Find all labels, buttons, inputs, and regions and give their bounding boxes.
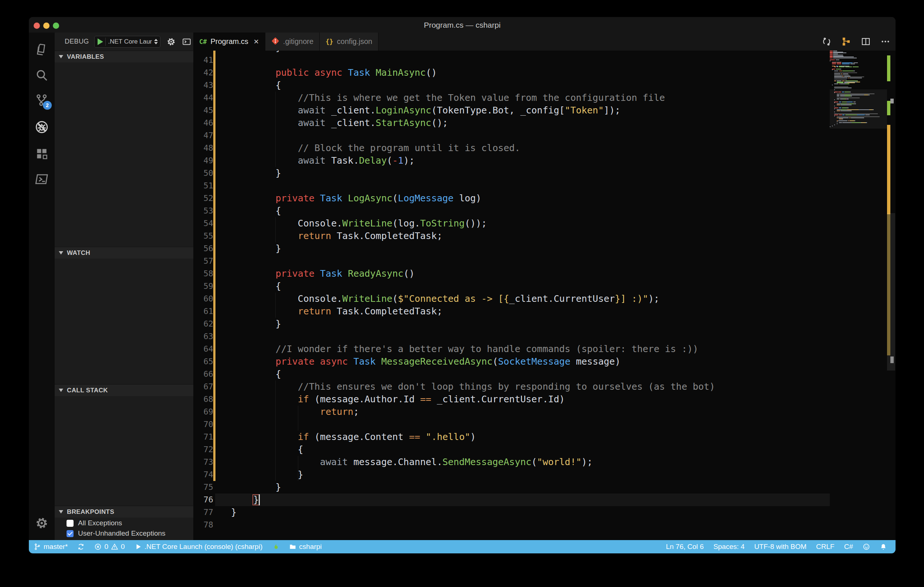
- feedback[interactable]: [858, 543, 875, 551]
- line-number[interactable]: 48: [193, 142, 213, 155]
- more-actions-icon[interactable]: [880, 36, 890, 46]
- line-number[interactable]: 46: [193, 117, 213, 129]
- code-line[interactable]: public async Task MainAsync(): [231, 66, 437, 79]
- breakpoint-item[interactable]: User-Unhandled Exceptions: [55, 528, 193, 539]
- line-number[interactable]: 73: [193, 456, 213, 469]
- line-number[interactable]: 50: [193, 167, 213, 179]
- git-graph-icon[interactable]: [841, 36, 851, 46]
- activity-explorer-icon[interactable]: [29, 39, 55, 60]
- notifications[interactable]: [875, 543, 892, 551]
- code-line[interactable]: await Task.Delay(-1);: [231, 155, 415, 167]
- tab--gitignore[interactable]: .gitignore: [266, 33, 320, 51]
- code-line[interactable]: }: [231, 167, 281, 179]
- line-number[interactable]: 71: [193, 431, 213, 443]
- activity-source-control-icon[interactable]: 2: [29, 90, 55, 110]
- tab-config-json[interactable]: {}config.json: [320, 33, 378, 51]
- line-number[interactable]: 78: [193, 519, 213, 531]
- code-line[interactable]: //This is where we get the Token value f…: [231, 92, 665, 104]
- code-editor[interactable]: 40 }4142 public async Task MainAsync()43…: [193, 51, 896, 540]
- code-line[interactable]: return Task.CompletedTask;: [231, 230, 442, 242]
- line-number[interactable]: 77: [193, 506, 213, 519]
- tab-program-cs[interactable]: C#Program.cs✕: [193, 33, 266, 51]
- code-line[interactable]: //This ensures we don't loop things by r…: [231, 380, 715, 393]
- split-editor-icon[interactable]: [861, 36, 871, 46]
- line-number[interactable]: 60: [193, 293, 213, 305]
- cursor-position[interactable]: Ln 76, Col 6: [661, 543, 708, 551]
- code-line[interactable]: await message.Channel.SendMessageAsync("…: [231, 456, 592, 469]
- code-line[interactable]: await _client.StartAsync();: [231, 117, 448, 129]
- line-number[interactable]: 40: [193, 51, 213, 54]
- minimap-slider[interactable]: [830, 89, 887, 128]
- eol[interactable]: CRLF: [811, 543, 839, 551]
- section-variables[interactable]: VARIABLES: [55, 51, 193, 62]
- code-line[interactable]: //I wonder if there's a better way to ha…: [231, 343, 698, 355]
- line-number[interactable]: 43: [193, 79, 213, 92]
- line-number[interactable]: 41: [193, 54, 213, 66]
- line-number[interactable]: 75: [193, 481, 213, 493]
- line-number[interactable]: 61: [193, 305, 213, 318]
- title-bar[interactable]: Program.cs — csharpi: [29, 17, 896, 33]
- line-number[interactable]: 64: [193, 343, 213, 355]
- checkbox-checked[interactable]: [66, 530, 74, 537]
- line-number[interactable]: 70: [193, 418, 213, 431]
- section-breakpoints[interactable]: BREAKPOINTS: [55, 506, 193, 518]
- scrollbar-overview-ruler[interactable]: [887, 51, 896, 540]
- code-line[interactable]: Console.WriteLine(log.ToString());: [231, 217, 487, 230]
- code-line[interactable]: if (message.Author.Id == _client.Current…: [231, 393, 565, 406]
- line-number[interactable]: 66: [193, 368, 213, 380]
- code-line[interactable]: }: [231, 469, 304, 481]
- line-number[interactable]: 56: [193, 242, 213, 255]
- line-number[interactable]: 67: [193, 380, 213, 393]
- line-number[interactable]: 49: [193, 155, 213, 167]
- line-number[interactable]: 55: [193, 230, 213, 242]
- code-line[interactable]: Console.WriteLine($"Connected as -> [{_c…: [231, 293, 659, 305]
- code-line[interactable]: }: [231, 318, 281, 330]
- activity-extensions-icon[interactable]: [29, 143, 55, 164]
- activity-debug-icon[interactable]: [29, 117, 55, 137]
- code-line[interactable]: }: [231, 242, 281, 255]
- omnisharp-flame[interactable]: [267, 543, 284, 551]
- activity-search-icon[interactable]: [29, 65, 55, 86]
- minimap[interactable]: [830, 51, 887, 540]
- git-branch-status[interactable]: master*: [29, 543, 73, 551]
- code-line[interactable]: private Task LogAsync(LogMessage log): [231, 192, 481, 205]
- line-number[interactable]: 53: [193, 205, 213, 217]
- start-debug-button[interactable]: [97, 38, 103, 45]
- checkbox-unchecked[interactable]: [66, 520, 74, 527]
- line-number[interactable]: 44: [193, 92, 213, 104]
- close-icon[interactable]: ✕: [254, 38, 259, 46]
- line-number[interactable]: 62: [193, 318, 213, 330]
- line-number[interactable]: 63: [193, 330, 213, 343]
- line-number[interactable]: 57: [193, 255, 213, 268]
- launch-config-select[interactable]: .NET Core Laun(: [94, 36, 160, 48]
- line-number[interactable]: 72: [193, 443, 213, 456]
- line-number[interactable]: 76: [193, 493, 213, 506]
- encoding[interactable]: UTF-8 with BOM: [749, 543, 811, 551]
- line-number[interactable]: 52: [193, 192, 213, 205]
- line-number[interactable]: 58: [193, 268, 213, 280]
- sync-changes-icon[interactable]: [822, 36, 832, 46]
- code-line[interactable]: {: [231, 368, 281, 380]
- section-watch[interactable]: WATCH: [55, 247, 193, 258]
- line-number[interactable]: 68: [193, 393, 213, 406]
- code-line[interactable]: if (message.Content == ".hello"): [231, 431, 476, 443]
- line-number[interactable]: 47: [193, 129, 213, 142]
- code-line[interactable]: {: [231, 443, 304, 456]
- code-line[interactable]: await _client.LoginAsync(TokenType.Bot, …: [231, 104, 620, 117]
- activity-settings-icon[interactable]: [29, 513, 55, 533]
- configure-gear-icon[interactable]: [166, 37, 176, 46]
- code-line[interactable]: return;: [231, 406, 359, 418]
- debug-console-icon[interactable]: [182, 37, 191, 46]
- code-line[interactable]: {: [231, 205, 281, 217]
- breakpoint-item[interactable]: All Exceptions: [55, 518, 193, 528]
- project-status[interactable]: csharpi: [284, 543, 327, 551]
- code-line[interactable]: private async Task MessageReceivedAsync(…: [231, 355, 620, 368]
- launch-status[interactable]: .NET Core Launch (console) (csharpi): [130, 543, 267, 551]
- line-number[interactable]: 74: [193, 469, 213, 481]
- problems-status[interactable]: 00: [89, 543, 129, 551]
- sync-status[interactable]: [73, 543, 89, 551]
- line-number[interactable]: 69: [193, 406, 213, 418]
- section-call-stack[interactable]: CALL STACK: [55, 384, 193, 396]
- language-mode[interactable]: C#: [839, 543, 858, 551]
- code-line[interactable]: {: [231, 79, 281, 92]
